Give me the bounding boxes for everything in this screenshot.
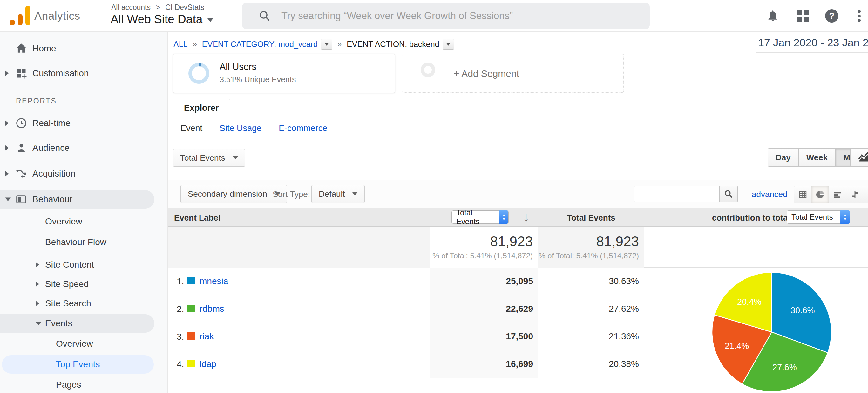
global-search[interactable] [242,3,650,29]
empty-ring-icon [421,63,435,77]
dropdown-arrow-icon [324,43,329,46]
legend-color-swatch [187,332,195,340]
property-name: All Web Site Data [111,13,203,26]
header-metric-select[interactable]: Total Events ▲▼ [452,210,509,224]
subtab-event[interactable]: Event [181,124,203,133]
bell-icon [766,9,779,22]
expand-arrow-icon [5,145,8,151]
apps-grid-button[interactable] [795,8,810,24]
event-label-link[interactable]: riak [199,331,214,341]
notifications-button[interactable] [765,8,780,24]
sidebar-item-pages[interactable]: Pages [0,375,167,393]
add-segment-button[interactable]: + Add Segment [402,54,624,93]
sidebar-item-site-search[interactable]: Site Search [0,294,167,313]
view-pivot-button[interactable] [864,186,868,203]
sidebar-item-customisation[interactable]: Customisation [0,64,167,83]
row-total-events: 17,500 [430,331,533,341]
help-button[interactable]: ? [824,8,839,24]
sidebar-section-reports: REPORTS [16,94,143,108]
sidebar-item-home[interactable]: Home [0,39,167,58]
property-selector[interactable]: All Web Site Data [111,13,213,26]
metric-selector-button[interactable]: Total Events [173,149,245,167]
view-toggle-group [794,186,868,203]
segment-all-users[interactable]: All Users 3.51% Unique Events [173,54,395,93]
row-total-events: 25,095 [430,276,533,286]
customisation-icon [14,67,28,80]
row-rank: 2. [177,304,184,314]
secondary-dimension-button[interactable]: Secondary dimension [181,185,287,203]
help-icon: ? [825,9,838,23]
sidebar-nav: Home Customisation REPORTS Real-time Aud… [0,32,167,393]
contribution-select[interactable]: Total Events ▲▼ [787,210,850,224]
row-total-events: 16,699 [430,359,533,369]
sidebar-item-realtime[interactable]: Real-time [0,114,167,132]
table-search-button[interactable] [719,186,738,202]
divider [168,143,868,143]
expand-arrow-icon [36,301,39,306]
date-range-picker[interactable]: 17 Jan 2020 - 23 Jan 2020 [758,36,868,49]
apps-grid-icon [797,10,809,22]
add-segment-label: + Add Segment [454,68,519,79]
account-breadcrumb[interactable]: All accounts > CI DevStats [111,3,204,12]
sidebar-item-behaviour-overview[interactable]: Overview [0,212,167,231]
sort-type-button[interactable]: Default [311,185,365,203]
row-contribution-pct: 30.63% [538,276,639,286]
advanced-filter-link[interactable]: advanced [752,190,787,199]
table-toolbar: Secondary dimension Sort Type: Default a… [168,180,868,207]
event-label-link[interactable]: rdbms [199,304,224,314]
expand-arrow-icon [5,120,8,126]
dropdown-arrow-icon [446,43,451,46]
subtab-ecommerce[interactable]: E-commerce [279,124,327,133]
segment-donut-icon [188,63,209,84]
brand-title: Analytics [34,9,81,22]
search-icon [724,189,733,199]
row-rank: 4. [177,359,184,369]
action-dropdown-button[interactable] [442,39,454,50]
category-dropdown-button[interactable] [321,39,332,50]
tab-explorer[interactable]: Explorer [173,99,230,117]
chart-type-button[interactable] [850,148,868,167]
view-performance-button[interactable] [829,186,846,203]
more-menu-button[interactable] [851,8,867,24]
sidebar-item-events[interactable]: Events [0,314,154,333]
area-chart-icon [858,152,868,163]
breadcrumb-action-current: EVENT ACTION: backend [347,40,439,49]
granularity-day[interactable]: Day [768,149,799,166]
acquisition-icon [14,167,28,180]
event-label-link[interactable]: mnesia [199,276,228,286]
sidebar-item-acquisition[interactable]: Acquisition [0,164,167,183]
totals-value: 81,923 [538,234,639,250]
sidebar-item-top-events[interactable]: Top Events [2,355,154,373]
breadcrumb-category-link[interactable]: EVENT CATEGORY: mod_vcard [202,40,318,49]
legend-color-swatch [187,360,195,367]
sidebar-item-events-overview[interactable]: Overview [0,335,167,353]
row-total-events: 22,629 [430,304,533,314]
granularity-week[interactable]: Week [799,149,836,166]
view-table-button[interactable] [794,186,811,203]
table-totals-row: 81,923 % of Total: 5.41% (1,514,872) 81,… [168,227,868,268]
event-label-link[interactable]: ldap [199,359,216,369]
sidebar-item-audience[interactable]: Audience [0,139,167,157]
sidebar-item-behaviour-flow[interactable]: Behaviour Flow [0,233,167,252]
topbar: Analytics All accounts > CI DevStats All… [0,0,868,32]
metric-group-subnav: Event Site Usage E-commerce [181,124,327,133]
column-total-events[interactable]: Total Events [538,213,644,223]
breadcrumb-all-link[interactable]: ALL [174,40,187,49]
sidebar-item-behaviour[interactable]: Behaviour [0,190,154,208]
subtab-site-usage[interactable]: Site Usage [220,124,261,133]
global-search-input[interactable] [281,10,640,22]
sort-direction-icon[interactable]: ↓ [523,210,529,224]
legend-color-swatch [187,277,195,285]
sidebar-item-site-speed[interactable]: Site Speed [0,275,167,293]
sidebar-item-site-content[interactable]: Site Content [0,256,167,274]
drilldown-breadcrumb: ALL » EVENT CATEGORY: mod_vcard » EVENT … [174,37,454,51]
totals-value: 81,923 [430,234,533,250]
totals-pct-line: % of Total: 5.41% (1,514,872) [430,252,533,260]
clock-icon [14,117,28,130]
view-pie-button[interactable] [811,186,829,203]
account-root: All accounts [111,3,151,11]
column-event-label[interactable]: Event Label [174,213,220,223]
chevron-down-icon [233,156,238,159]
table-search-input[interactable] [634,186,719,202]
view-comparison-button[interactable] [846,186,864,203]
